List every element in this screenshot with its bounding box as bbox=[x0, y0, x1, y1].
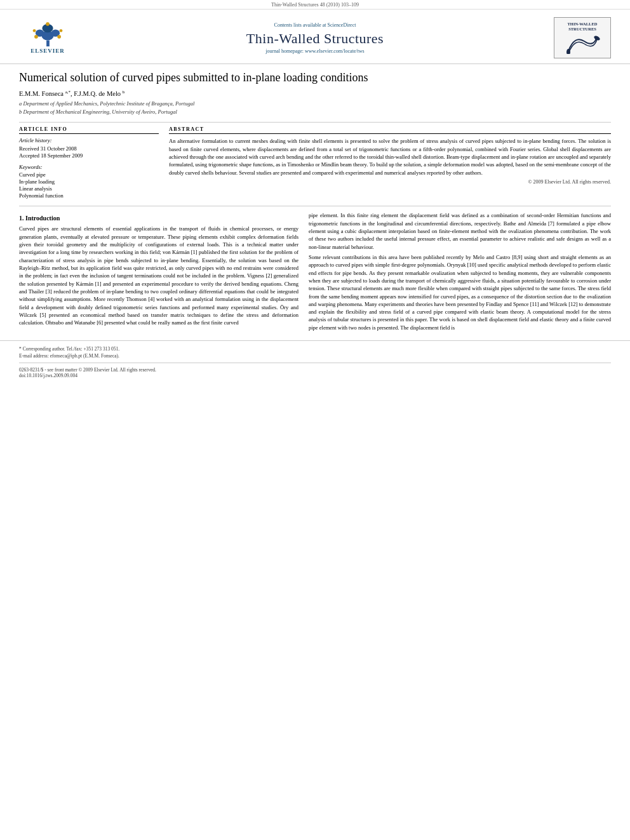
svg-point-7 bbox=[32, 29, 36, 32]
svg-point-8 bbox=[59, 29, 62, 32]
body-left-col: 1. Introduction Curved pipes are structu… bbox=[19, 211, 298, 334]
article-title: Numerical solution of curved pipes submi… bbox=[19, 70, 611, 85]
abstract-title: ABSTRACT bbox=[169, 126, 611, 134]
keyword-2: In-plane loading bbox=[19, 178, 159, 185]
svg-point-9 bbox=[46, 22, 50, 26]
page-wrapper: Thin-Walled Structures 48 (2010) 103–109 bbox=[0, 0, 630, 382]
affiliation-a: a Department of Applied Mechanics, Polyt… bbox=[19, 100, 611, 108]
article-footer: * Corresponding author. Tel./fax: +351 2… bbox=[0, 340, 630, 382]
svg-point-6 bbox=[57, 35, 61, 39]
svg-point-5 bbox=[34, 35, 38, 39]
history-label: Article history: bbox=[19, 137, 159, 143]
abstract-text: An alternative formulation to current me… bbox=[169, 137, 611, 177]
author-names: E.M.M. Fonseca a,*, F.J.M.Q. de Melo b bbox=[19, 90, 124, 97]
authors: E.M.M. Fonseca a,*, F.J.M.Q. de Melo b bbox=[19, 89, 611, 97]
section1-right-para2: Some relevant contributions in this area… bbox=[309, 253, 611, 331]
doi-line: doi:10.1016/j.tws.2009.09.004 bbox=[19, 373, 611, 378]
body-two-col: 1. Introduction Curved pipes are structu… bbox=[19, 211, 611, 334]
email-note: E-mail address: efonseca@ipb.pt (E.M.M. … bbox=[19, 353, 611, 359]
divider-2 bbox=[19, 206, 611, 206]
issn-line: 0263-8231/$ - see front matter © 2009 El… bbox=[19, 367, 611, 373]
journal-main-title: Thin-Walled Structures bbox=[76, 30, 554, 47]
article-content: Numerical solution of curved pipes submi… bbox=[0, 64, 630, 340]
contents-line: Contents lists available at ScienceDirec… bbox=[76, 22, 554, 28]
affiliation-b: b Department of Mechanical Engineering, … bbox=[19, 108, 611, 116]
article-info-title: ARTICLE INFO bbox=[19, 126, 159, 134]
keyword-3: Linear analysis bbox=[19, 185, 159, 192]
journal-header: ELSEVIER Contents lists available at Sci… bbox=[0, 10, 630, 64]
tws-logo-text: THIN-WALLEDSTRUCTURES bbox=[568, 22, 598, 32]
journal-homepage: journal homepage: www.elsevier.com/locat… bbox=[76, 48, 554, 54]
elsevier-logo: ELSEVIER bbox=[19, 19, 76, 57]
tws-logo-icon bbox=[565, 32, 600, 54]
page-ref-text: Thin-Walled Structures 48 (2010) 103–109 bbox=[271, 2, 359, 8]
divider bbox=[19, 122, 611, 123]
section1-left-para: Curved pipes are structural elements of … bbox=[19, 225, 298, 326]
keywords-label: Keywords: bbox=[19, 164, 159, 170]
journal-title-block: Contents lists available at ScienceDirec… bbox=[76, 22, 554, 54]
keyword-1: Curved pipe bbox=[19, 171, 159, 178]
tws-logo-box: THIN-WALLEDSTRUCTURES bbox=[554, 17, 611, 58]
corresponding-note: * Corresponding author. Tel./fax: +351 2… bbox=[19, 346, 611, 352]
logo-banner: ELSEVIER Contents lists available at Sci… bbox=[13, 15, 617, 61]
info-abstract-cols: ARTICLE INFO Article history: Received 3… bbox=[19, 126, 611, 199]
svg-rect-0 bbox=[46, 40, 50, 46]
article-info-box: ARTICLE INFO Article history: Received 3… bbox=[19, 126, 159, 199]
section1-heading: 1. Introduction bbox=[19, 215, 298, 222]
keyword-4: Polynomial function bbox=[19, 192, 159, 199]
homepage-url[interactable]: www.elsevier.com/locate/tws bbox=[305, 48, 365, 54]
section1-right-para1: pipe element. In this finite ring elemen… bbox=[309, 211, 611, 251]
body-right-col: pipe element. In this finite ring elemen… bbox=[309, 211, 611, 334]
elsevier-label: ELSEVIER bbox=[30, 48, 65, 54]
accepted-date: Accepted 18 September 2009 bbox=[19, 152, 159, 159]
homepage-prefix: journal homepage: bbox=[265, 48, 304, 54]
abstract-box: ABSTRACT An alternative formulation to c… bbox=[169, 126, 611, 199]
affiliations: a Department of Applied Mechanics, Polyt… bbox=[19, 100, 611, 116]
keywords-section: Keywords: Curved pipe In-plane loading L… bbox=[19, 164, 159, 199]
page-reference: Thin-Walled Structures 48 (2010) 103–109 bbox=[0, 0, 630, 10]
footer-divider bbox=[19, 363, 611, 363]
elsevier-tree-icon bbox=[30, 22, 65, 48]
science-direct-link[interactable]: ScienceDirect bbox=[328, 22, 356, 28]
received-date: Received 31 October 2008 bbox=[19, 145, 159, 152]
copyright: © 2009 Elsevier Ltd. All rights reserved… bbox=[169, 179, 611, 185]
contents-text: Contents lists available at bbox=[274, 22, 326, 28]
